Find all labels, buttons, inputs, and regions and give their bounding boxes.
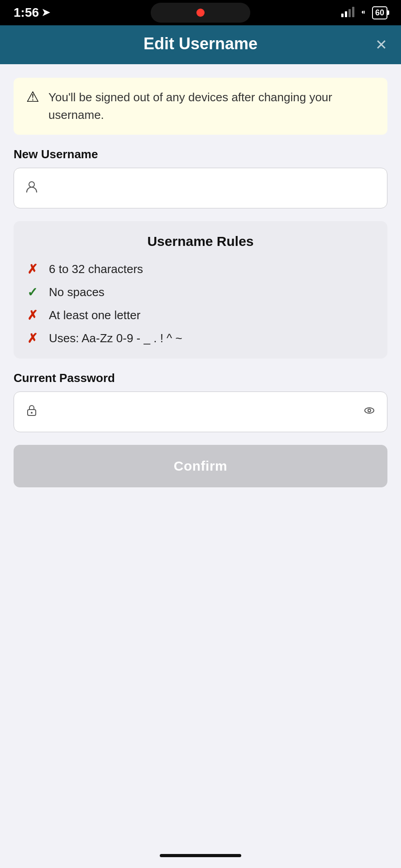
new-username-input[interactable] [47, 181, 376, 195]
toggle-password-icon[interactable] [363, 404, 376, 420]
battery-indicator: 60 [372, 6, 387, 19]
current-password-input[interactable] [47, 405, 354, 419]
status-bar: 1:56 ➤ ⁌ 60 [0, 0, 401, 25]
location-icon: ➤ [42, 7, 50, 19]
rule-spaces-icon: ✓ [27, 285, 42, 300]
current-password-label: Current Password [14, 371, 387, 385]
rule-length-text: 6 to 32 characters [49, 262, 143, 276]
current-password-section: Current Password [14, 371, 387, 432]
rule-chars-text: Uses: Aa-Zz 0-9 - _ . ! ^ ~ [49, 331, 182, 345]
rule-length-icon: ✗ [27, 262, 42, 277]
svg-point-0 [29, 182, 34, 187]
warning-icon: ⚠ [26, 90, 39, 104]
new-username-input-wrapper[interactable] [14, 168, 387, 208]
lock-icon [25, 404, 38, 420]
close-button[interactable]: ✕ [375, 36, 387, 53]
signal-icon [341, 8, 354, 17]
new-username-label: New Username [14, 147, 387, 161]
rule-letter-icon: ✗ [27, 308, 42, 323]
dynamic-island [151, 3, 250, 23]
user-icon [25, 180, 38, 197]
rule-chars: ✗ Uses: Aa-Zz 0-9 - _ . ! ^ ~ [27, 331, 374, 346]
page-title: Edit Username [143, 34, 258, 53]
new-username-section: New Username [14, 147, 387, 208]
warning-text: You'll be signed out of any devices afte… [48, 89, 375, 124]
confirm-button[interactable]: Confirm [14, 445, 387, 487]
rule-chars-icon: ✗ [27, 331, 42, 346]
username-rules-box: Username Rules ✗ 6 to 32 characters ✓ No… [14, 221, 387, 359]
rule-letter: ✗ At least one letter [27, 308, 374, 323]
status-time: 1:56 ➤ [14, 5, 50, 20]
svg-point-3 [365, 408, 374, 413]
home-bar [160, 854, 241, 857]
home-indicator [0, 847, 401, 868]
rule-spaces: ✓ No spaces [27, 285, 374, 300]
svg-point-4 [368, 409, 371, 412]
main-content: ⚠ You'll be signed out of any devices af… [0, 64, 401, 847]
page-header: Edit Username ✕ [0, 25, 401, 64]
rule-spaces-text: No spaces [49, 285, 105, 299]
rules-list: ✗ 6 to 32 characters ✓ No spaces ✗ At le… [27, 262, 374, 346]
record-indicator [196, 9, 205, 17]
wifi-icon: ⁌ [361, 7, 366, 19]
svg-point-2 [31, 412, 33, 414]
rule-length: ✗ 6 to 32 characters [27, 262, 374, 277]
status-right: ⁌ 60 [341, 6, 387, 19]
rule-letter-text: At least one letter [49, 308, 140, 322]
rules-title: Username Rules [27, 234, 374, 249]
warning-banner: ⚠ You'll be signed out of any devices af… [14, 78, 387, 135]
current-password-input-wrapper[interactable] [14, 392, 387, 432]
